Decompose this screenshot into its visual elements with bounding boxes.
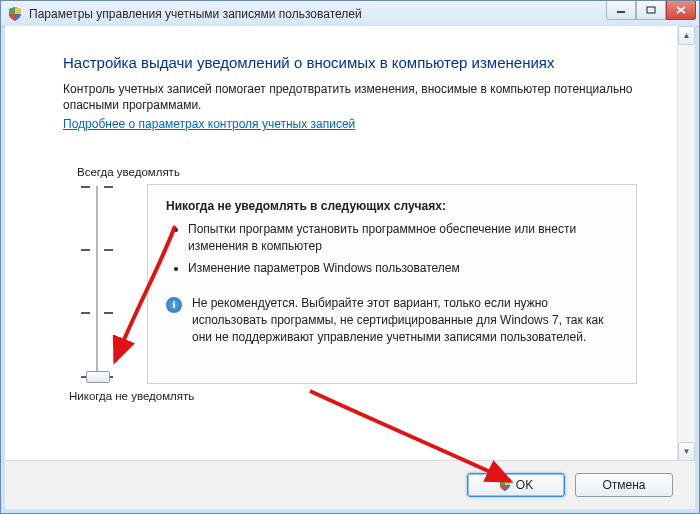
- svg-rect-1: [647, 7, 655, 13]
- info-panel: Никогда не уведомлять в следующих случая…: [147, 184, 637, 384]
- slider-label-bottom: Никогда не уведомлять: [69, 390, 637, 402]
- uac-shield-icon: [499, 479, 511, 491]
- vertical-scrollbar[interactable]: ▲ ▼: [677, 26, 695, 461]
- scroll-up-button[interactable]: ▲: [678, 26, 695, 45]
- panel-note: i Не рекомендуется. Выбирайте этот вариа…: [166, 295, 618, 345]
- info-icon: i: [166, 297, 182, 313]
- window-title: Параметры управления учетными записями п…: [29, 7, 362, 21]
- scroll-track[interactable]: [678, 45, 695, 442]
- cancel-button-label: Отмена: [602, 478, 645, 492]
- bottom-bar: OK Отмена: [5, 460, 695, 509]
- panel-bullet-list: Попытки программ установить программное …: [188, 221, 618, 277]
- uac-shield-icon: [7, 6, 23, 22]
- slider-tick: [77, 186, 117, 188]
- minimize-button[interactable]: [606, 1, 636, 20]
- cancel-button[interactable]: Отмена: [575, 473, 673, 497]
- maximize-button[interactable]: [636, 1, 666, 20]
- scroll-down-button[interactable]: ▼: [678, 442, 695, 461]
- titlebar: Параметры управления учетными записями п…: [1, 1, 699, 27]
- slider-tick: [77, 249, 117, 251]
- slider-track: [96, 186, 98, 381]
- ok-button[interactable]: OK: [467, 473, 565, 497]
- ok-button-label: OK: [516, 478, 533, 492]
- intro-text: Контроль учетных записей помогает предот…: [63, 81, 669, 113]
- learn-more-link[interactable]: Подробнее о параметрах контроля учетных …: [63, 117, 355, 131]
- window-root: Параметры управления учетными записями п…: [0, 0, 700, 514]
- panel-bullet: Изменение параметров Windows пользовател…: [188, 260, 618, 277]
- panel-title: Никогда не уведомлять в следующих случая…: [166, 199, 618, 213]
- slider-thumb[interactable]: [86, 371, 110, 383]
- panel-note-text: Не рекомендуется. Выбирайте этот вариант…: [192, 295, 618, 345]
- slider-label-top: Всегда уведомлять: [77, 166, 637, 178]
- slider-area: Всегда уведомлять Никогда не уведомлять …: [77, 166, 637, 402]
- slider-tick: [77, 312, 117, 314]
- close-button[interactable]: [666, 1, 696, 20]
- client-area: Настройка выдачи уведомлений о вносимых …: [5, 26, 695, 509]
- page-heading: Настройка выдачи уведомлений о вносимых …: [63, 54, 669, 71]
- svg-rect-0: [617, 11, 625, 13]
- uac-slider[interactable]: [77, 186, 117, 381]
- panel-bullet: Попытки программ установить программное …: [188, 221, 618, 256]
